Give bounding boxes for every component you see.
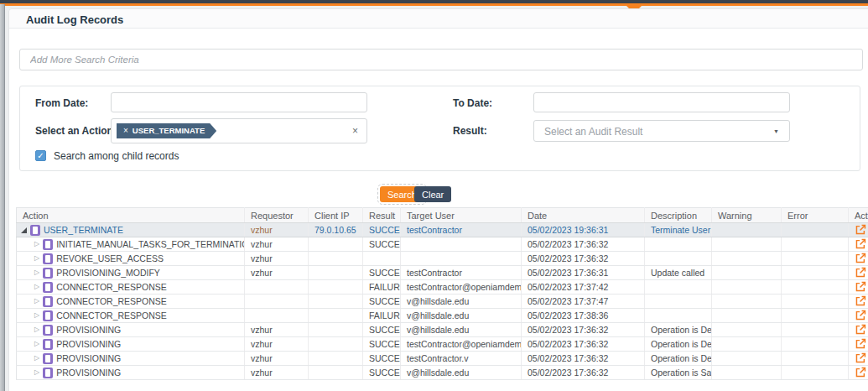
edit-record-icon[interactable] [855,224,866,236]
edit-record-icon[interactable] [855,352,866,364]
column-header-warning[interactable]: Warning [712,208,782,223]
table-row[interactable]: ▷ PROVISIONING vzhur SUCCESS testContrac… [17,352,868,366]
edit-record-icon[interactable] [855,310,866,321]
actions-cell [849,337,868,352]
action-link[interactable]: INITIATE_MANUAL_TASKS_FOR_TERMINATION [56,239,244,249]
column-header-action[interactable]: Action [17,208,245,223]
action-link[interactable]: PROVISIONING [56,325,121,335]
table-row[interactable]: ▷ PROVISIONING vzhur SUCCESS v@hillsdale… [17,323,868,337]
expand-row-icon[interactable]: ▷ [34,312,39,319]
from-date-label: From Date: [35,97,88,109]
child-records-checkbox[interactable]: ✓ [35,150,46,161]
remove-tag-icon[interactable]: × [123,126,128,135]
column-header-client-ip[interactable]: Client IP [309,208,363,223]
result-select[interactable]: Select an Audit Result ▼ [533,120,790,142]
target-user-cell: testContractor.v [401,352,522,366]
selected-action-tag-label: USER_TERMINATE [133,126,205,135]
requestor-cell [245,295,309,309]
action-link[interactable]: PROVISIONING_MODIFY [56,268,160,278]
expand-row-icon[interactable]: ▷ [34,298,39,305]
action-link[interactable]: REVOKE_USER_ACCESS [56,253,164,263]
table-row[interactable]: ▷ CONNECTOR_RESPONSE SUCCESS v@hillsdale… [17,295,868,309]
result-cell: SUCCESS [363,295,401,309]
edit-record-icon[interactable] [855,267,866,279]
action-link[interactable]: CONNECTOR_RESPONSE [56,282,167,292]
warning-cell [712,252,782,266]
actions-cell [849,280,868,295]
expand-row-icon[interactable]: ▷ [34,269,39,276]
from-date-input[interactable] [111,92,367,112]
action-cell: ▷ PROVISIONING [17,366,245,380]
edit-record-icon[interactable] [855,253,866,264]
action-multiselect[interactable]: ×USER_TERMINATE × [111,118,367,143]
target-user-cell: v@hillsdale.edu [401,309,522,323]
client-ip-cell [309,237,363,252]
column-header-date[interactable]: Date [522,208,645,223]
description-cell: Update called [645,266,712,280]
description-cell [645,280,712,295]
edit-record-icon[interactable] [855,338,866,350]
to-date-input[interactable] [533,92,790,112]
expand-row-icon[interactable]: ▷ [34,284,39,290]
action-link[interactable]: CONNECTOR_RESPONSE [56,310,167,321]
action-link[interactable]: USER_TERMINATE [44,225,123,235]
column-header-result[interactable]: Result [363,208,401,223]
table-row[interactable]: ▷ PROVISIONING vzhur SUCCESS v@hillsdale… [17,366,868,380]
action-cell: ▷ PROVISIONING [17,352,245,366]
column-header-description[interactable]: Description [645,208,712,223]
column-header-error[interactable]: Error [782,208,849,223]
column-header-actions[interactable]: Actions [849,208,868,223]
table-row[interactable]: USER_TERMINATE vzhur 79.0.10.65 SUCCESS … [17,223,868,237]
audit-record-icon [30,225,40,236]
warning-cell [712,366,782,380]
expand-row-icon[interactable]: ▷ [34,255,39,262]
table-row[interactable]: ▷ CONNECTOR_RESPONSE FAILURE v@hillsdale… [17,309,868,323]
edit-record-icon[interactable] [855,281,866,293]
table-row[interactable]: ▷ PROVISIONING vzhur SUCCESS testContrac… [17,337,868,352]
date-cell: 05/02/2023 17:36:32 [522,323,645,337]
target-user-cell: v@hillsdale.edu [401,295,522,309]
expand-row-icon[interactable]: ▷ [34,241,39,248]
clear-selection-icon[interactable]: × [352,125,358,137]
action-link[interactable]: PROVISIONING [56,353,121,363]
edit-record-icon[interactable] [855,324,866,336]
requestor-cell [245,309,309,323]
expand-row-icon[interactable]: ▷ [34,355,39,362]
warning-cell [712,266,782,280]
audit-log-table-wrap: ActionRequestorClient IPResultTarget Use… [16,207,868,391]
clear-button[interactable]: Clear [414,186,451,202]
edit-record-icon[interactable] [855,238,866,250]
table-row[interactable]: ▷ CONNECTOR_RESPONSE FAILURE testContrac… [17,280,868,295]
collapse-row-icon[interactable] [21,227,27,233]
edit-record-icon[interactable] [855,367,866,378]
action-link[interactable]: PROVISIONING [56,368,121,378]
filter-panel: From Date: To Date: Select an Action: ×U… [19,86,860,171]
expand-row-icon[interactable]: ▷ [34,341,39,347]
result-cell [363,252,401,266]
audit-log-panel: Audit Log Records From Date: To Date: Se… [8,8,868,391]
table-row[interactable]: ▷ PROVISIONING_MODIFY vzhur SUCCESS test… [17,266,868,280]
audit-record-icon [43,325,53,336]
requestor-cell: vzhur [245,337,309,352]
edit-record-icon[interactable] [855,295,866,307]
expand-row-icon[interactable]: ▷ [34,369,39,376]
table-row[interactable]: ▷ REVOKE_USER_ACCESS vzhur 05/02/2023 17… [17,252,868,266]
column-header-requestor[interactable]: Requestor [245,208,309,223]
action-link[interactable]: PROVISIONING [56,339,121,349]
column-header-target-user[interactable]: Target User [401,208,522,223]
audit-record-icon [43,310,53,321]
error-cell [782,366,849,380]
audit-record-icon [43,296,53,307]
error-cell [782,323,849,337]
selected-action-tag[interactable]: ×USER_TERMINATE [117,123,216,138]
action-cell: ▷ PROVISIONING_MODIFY [17,266,245,280]
table-row[interactable]: ▷ INITIATE_MANUAL_TASKS_FOR_TERMINATION … [17,237,868,252]
expand-row-icon[interactable]: ▷ [34,326,39,333]
error-cell [782,337,849,352]
search-criteria-input[interactable] [19,49,863,70]
target-user-cell [401,252,522,266]
action-link[interactable]: CONNECTOR_RESPONSE [56,296,167,306]
description-cell: Operation is Delete [645,337,712,352]
result-cell: SUCCESS [363,266,401,280]
warning-cell [712,323,782,337]
